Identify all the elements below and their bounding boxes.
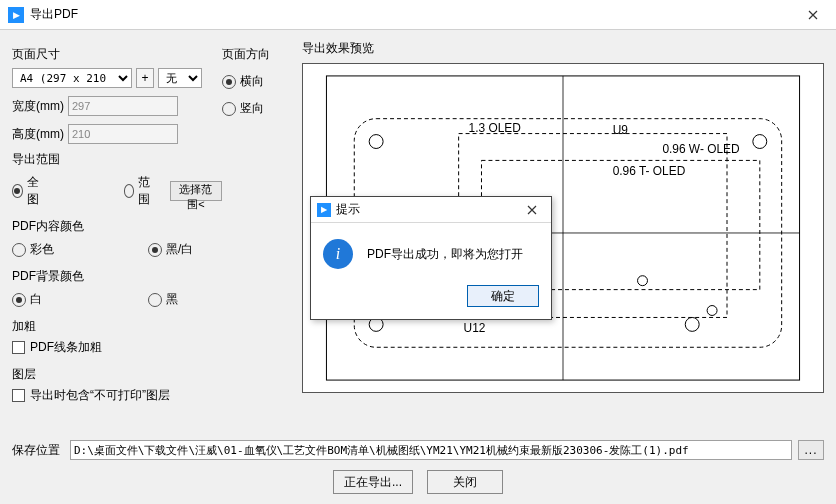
preview-label: 导出效果预览: [302, 40, 824, 57]
svg-text:1.3 OLED: 1.3 OLED: [469, 121, 522, 135]
page-size-none-select[interactable]: 无: [158, 68, 202, 88]
svg-point-12: [707, 306, 717, 316]
width-label: 宽度(mm): [12, 98, 68, 115]
height-input: [68, 124, 178, 144]
app-icon: ▶: [8, 7, 24, 23]
width-input: [68, 96, 178, 116]
content-color-label: PDF内容颜色: [12, 218, 222, 235]
page-size-select[interactable]: A4 (297 x 210 mm): [12, 68, 132, 88]
svg-point-7: [753, 135, 767, 149]
dialog-close-button[interactable]: [519, 197, 545, 223]
layers-checkbox[interactable]: 导出时包含“不可打印”图层: [12, 387, 222, 404]
export-button[interactable]: 正在导出...: [333, 470, 413, 494]
range-range-radio[interactable]: 范围: [124, 174, 156, 208]
svg-point-9: [685, 317, 699, 331]
layers-label: 图层: [12, 366, 222, 383]
content-color-bw-radio[interactable]: 黑/白: [148, 241, 193, 258]
orientation-landscape-radio[interactable]: 横向: [222, 73, 264, 90]
browse-button[interactable]: ...: [798, 440, 824, 460]
orientation-portrait-radio[interactable]: 竖向: [222, 100, 264, 117]
svg-text:0.96    T- OLED: 0.96 T- OLED: [613, 164, 686, 178]
dialog-message: PDF导出成功，即将为您打开: [367, 246, 523, 263]
window-title: 导出PDF: [30, 6, 78, 23]
window-titlebar: ▶ 导出PDF: [0, 0, 836, 30]
add-size-button[interactable]: +: [136, 68, 154, 88]
bg-black-radio[interactable]: 黑: [148, 291, 178, 308]
bold-label: 加粗: [12, 318, 222, 335]
bold-checkbox[interactable]: PDF线条加粗: [12, 339, 222, 356]
alert-dialog: ▶ 提示 i PDF导出成功，即将为您打开 确定: [310, 196, 552, 320]
height-label: 高度(mm): [12, 126, 68, 143]
svg-text:U9: U9: [613, 123, 629, 137]
dialog-ok-button[interactable]: 确定: [467, 285, 539, 307]
content-color-color-radio[interactable]: 彩色: [12, 241, 54, 258]
dialog-title: 提示: [336, 201, 360, 218]
save-path-input[interactable]: [70, 440, 792, 460]
bg-color-label: PDF背景颜色: [12, 268, 222, 285]
page-size-label: 页面尺寸: [12, 46, 222, 63]
svg-text:U12: U12: [464, 321, 486, 335]
svg-point-6: [369, 135, 383, 149]
info-icon: i: [323, 239, 353, 269]
orientation-label: 页面方向: [222, 46, 302, 63]
range-full-radio[interactable]: 全图: [12, 174, 44, 208]
svg-point-11: [638, 276, 648, 286]
window-close-button[interactable]: [790, 0, 836, 30]
export-range-label: 导出范围: [12, 151, 222, 168]
app-icon: ▶: [317, 203, 331, 217]
save-path-label: 保存位置: [12, 442, 64, 459]
close-button[interactable]: 关闭: [427, 470, 503, 494]
select-range-button[interactable]: 选择范围<: [170, 181, 222, 201]
bg-white-radio[interactable]: 白: [12, 291, 42, 308]
svg-text:0.96   W- OLED: 0.96 W- OLED: [662, 142, 740, 156]
